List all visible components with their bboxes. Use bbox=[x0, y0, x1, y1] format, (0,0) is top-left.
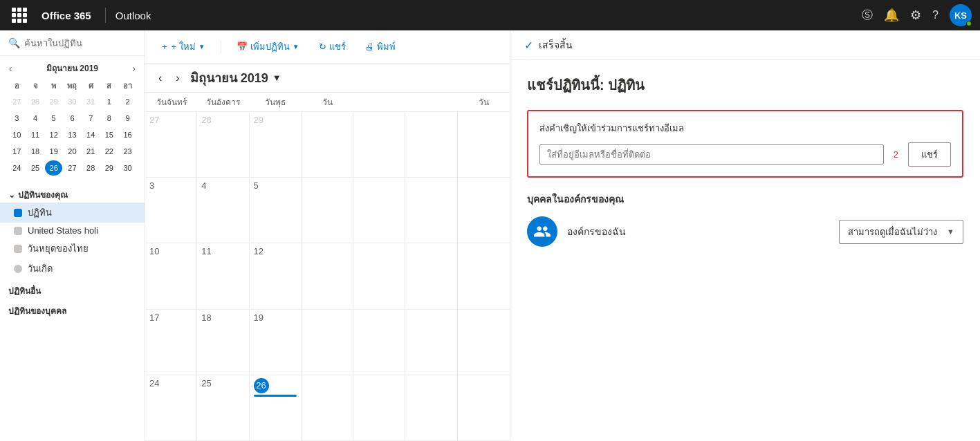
mini-cal-cell[interactable]: 24 bbox=[8, 160, 26, 176]
cal-cell[interactable] bbox=[405, 178, 457, 243]
cal-cell[interactable]: 24 bbox=[145, 375, 197, 440]
print-button[interactable]: 🖨 พิมพ์ bbox=[358, 36, 403, 57]
mini-cal-cell[interactable]: 12 bbox=[45, 127, 62, 142]
cal-cell[interactable] bbox=[302, 112, 353, 177]
mini-cal-cell[interactable]: 1 bbox=[101, 94, 118, 109]
cal-cell[interactable] bbox=[302, 178, 353, 243]
cal-cell[interactable] bbox=[302, 375, 353, 440]
mini-cal-cell-today[interactable]: 26 bbox=[45, 160, 62, 176]
cal-cell[interactable]: 27 bbox=[145, 112, 197, 177]
mini-cal-cell[interactable]: 14 bbox=[82, 127, 100, 142]
skype-icon[interactable]: Ⓢ bbox=[862, 8, 873, 23]
mini-cal-cell[interactable]: 27 bbox=[8, 94, 26, 109]
cal-cell[interactable]: 25 bbox=[197, 375, 249, 440]
mini-cal-cell[interactable]: 16 bbox=[119, 127, 136, 142]
bell-icon[interactable]: 🔔 bbox=[884, 8, 899, 23]
cal-cell[interactable]: 19 bbox=[250, 310, 302, 375]
mini-cal-cell[interactable]: 15 bbox=[101, 127, 118, 142]
mini-cal-cell[interactable]: 4 bbox=[27, 111, 44, 126]
share-email-input[interactable] bbox=[539, 144, 884, 165]
mini-cal-cell[interactable]: 2 bbox=[119, 94, 136, 109]
mini-cal-cell[interactable]: 8 bbox=[101, 111, 118, 126]
sidebar-item-us-holidays[interactable]: United States holi bbox=[0, 223, 145, 238]
mini-cal-cell[interactable]: 25 bbox=[27, 160, 44, 176]
org-permission-dropdown[interactable]: สามารถดูเมื่อฉันไม่ว่าง ▼ bbox=[839, 220, 963, 244]
help-icon[interactable]: ? bbox=[932, 9, 939, 21]
mini-cal-cell[interactable]: 28 bbox=[27, 94, 44, 109]
org-dropdown-label: สามารถดูเมื่อฉันไม่ว่าง bbox=[848, 225, 937, 239]
share-action-button[interactable]: แชร์ bbox=[908, 142, 951, 167]
mini-cal-cell[interactable]: 21 bbox=[82, 144, 100, 159]
mini-cal-day-header: อา bbox=[119, 79, 136, 93]
cal-cell[interactable] bbox=[458, 375, 510, 440]
cal-cell[interactable]: 11 bbox=[197, 243, 249, 308]
cal-cell[interactable] bbox=[353, 178, 405, 243]
cal-cell[interactable]: 29 bbox=[250, 112, 302, 177]
cal-cell[interactable] bbox=[405, 112, 457, 177]
cal-cell[interactable]: 3 bbox=[145, 178, 197, 243]
mini-cal-cell[interactable]: 23 bbox=[119, 144, 136, 159]
mini-cal-cell[interactable]: 5 bbox=[45, 111, 62, 126]
mini-cal-cell[interactable]: 29 bbox=[45, 94, 62, 109]
avatar[interactable]: KS bbox=[950, 4, 972, 26]
mini-cal-cell[interactable]: 28 bbox=[82, 160, 100, 176]
mini-cal-cell[interactable]: 11 bbox=[27, 127, 44, 142]
cal-cell[interactable] bbox=[302, 310, 353, 375]
mini-cal-cell[interactable]: 27 bbox=[64, 160, 81, 176]
cal-cell[interactable] bbox=[458, 178, 510, 243]
mini-cal-prev[interactable]: ‹ bbox=[7, 63, 15, 74]
mini-cal-cell[interactable]: 18 bbox=[27, 144, 44, 159]
cal-section-yours[interactable]: ⌄ ปฏิทินของคุณ bbox=[0, 182, 145, 203]
mini-cal-cell[interactable]: 30 bbox=[119, 160, 136, 176]
mini-cal-next[interactable]: › bbox=[130, 63, 138, 74]
sidebar-item-calendar[interactable]: ปฏิทิน bbox=[0, 203, 145, 223]
cal-next-month[interactable]: › bbox=[172, 71, 183, 86]
mini-cal-cell[interactable]: 10 bbox=[8, 127, 26, 142]
cal-prev-month[interactable]: ‹ bbox=[155, 71, 165, 86]
cal-cell[interactable] bbox=[353, 243, 405, 308]
cal-cell[interactable]: 18 bbox=[197, 310, 249, 375]
cal-cell[interactable]: 10 bbox=[145, 243, 197, 308]
cal-cell[interactable]: 28 bbox=[197, 112, 249, 177]
cal-cell[interactable]: 5 bbox=[250, 178, 302, 243]
cal-cell[interactable]: 4 bbox=[197, 178, 249, 243]
cal-cell[interactable] bbox=[353, 375, 405, 440]
share-button[interactable]: ↻ แชร์ bbox=[312, 36, 353, 57]
sidebar-item-thai-holidays[interactable]: วันหยุดของไทย bbox=[0, 238, 145, 259]
mini-cal-cell[interactable]: 3 bbox=[8, 111, 26, 126]
cal-cell[interactable]: 12 bbox=[250, 243, 302, 308]
cal-month-dropdown-icon[interactable]: ▼ bbox=[272, 73, 281, 83]
cal-cell[interactable] bbox=[458, 310, 510, 375]
cal-cell[interactable] bbox=[458, 243, 510, 308]
mini-cal-cell[interactable]: 20 bbox=[64, 144, 81, 159]
cal-cell[interactable] bbox=[405, 243, 457, 308]
mini-cal-cell[interactable]: 7 bbox=[82, 111, 100, 126]
sidebar-item-birthday[interactable]: วันเกิด bbox=[0, 259, 145, 279]
mini-cal-cell[interactable]: 9 bbox=[119, 111, 136, 126]
cal-cell[interactable] bbox=[353, 310, 405, 375]
mini-cal-cell[interactable]: 13 bbox=[64, 127, 81, 142]
add-calendar-button[interactable]: 📅 เพิ่มปฏิทิน ▼ bbox=[230, 36, 306, 57]
mini-cal-cell[interactable]: 31 bbox=[82, 94, 100, 109]
cal-cell-today[interactable]: 26 bbox=[250, 375, 302, 440]
cal-cell[interactable] bbox=[302, 243, 353, 308]
mini-cal-cell[interactable]: 30 bbox=[64, 94, 81, 109]
search-input[interactable] bbox=[24, 38, 136, 48]
mini-cal-cell[interactable]: 19 bbox=[45, 144, 62, 159]
mini-cal-cell[interactable]: 22 bbox=[101, 144, 118, 159]
cal-cell[interactable]: 17 bbox=[145, 310, 197, 375]
cal-cell[interactable] bbox=[458, 112, 510, 177]
mini-cal-cell[interactable]: 6 bbox=[64, 111, 81, 126]
cal-section-people[interactable]: ปฏิทินของบุคคล bbox=[0, 299, 145, 319]
gear-icon[interactable]: ⚙ bbox=[910, 8, 921, 23]
mini-cal-cell[interactable]: 17 bbox=[8, 144, 26, 159]
right-panel: ✓ เสร็จสิ้น แชร์ปฏิทินนี้: ปฏิทิน ส่งคำเ… bbox=[510, 30, 980, 441]
mini-cal-cell[interactable]: 29 bbox=[101, 160, 118, 176]
cal-day-header-wed: วันพุธ bbox=[250, 93, 302, 111]
cal-cell[interactable] bbox=[405, 375, 457, 440]
cal-cell[interactable] bbox=[405, 310, 457, 375]
cal-section-other[interactable]: ปฏิทินอื่น bbox=[0, 279, 145, 299]
new-button[interactable]: + + ใหม่ ▼ bbox=[155, 36, 212, 57]
waffle-button[interactable] bbox=[8, 4, 30, 26]
cal-cell[interactable] bbox=[353, 112, 405, 177]
